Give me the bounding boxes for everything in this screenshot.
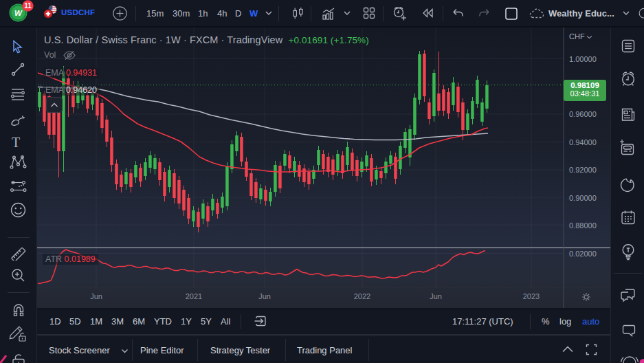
svg-text:2023: 2023 — [523, 292, 540, 300]
svg-text:2021: 2021 — [186, 292, 202, 300]
svg-text:W: W — [14, 9, 23, 17]
svg-text:Jun: Jun — [90, 292, 102, 300]
svg-text:Jun: Jun — [430, 292, 442, 300]
svg-text:2022: 2022 — [354, 292, 370, 300]
svg-text:Jun: Jun — [258, 292, 271, 300]
svg-text:11: 11 — [24, 2, 32, 10]
